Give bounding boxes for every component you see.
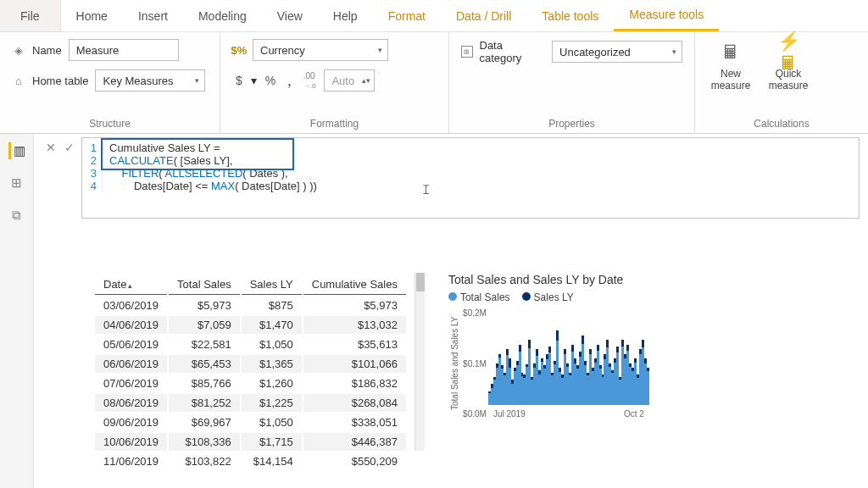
text-cursor: 𝙸 bbox=[421, 182, 431, 197]
ribbon-group-calculations: 🖩 New measure ⚡🖩 Quick measure Calculati… bbox=[695, 32, 868, 133]
ribbon-group-structure: ◈ Name Measure ⌂ Home table Key Measures… bbox=[0, 32, 220, 133]
calculator-icon: 🖩 bbox=[717, 39, 744, 66]
menu-view[interactable]: View bbox=[262, 0, 318, 31]
data-category-dropdown[interactable]: Uncategorized▾ bbox=[552, 41, 682, 63]
comma-button[interactable]: , bbox=[284, 70, 295, 92]
currency-button[interactable]: $ bbox=[232, 72, 246, 89]
col-cumulative-sales[interactable]: Cumulative Sales bbox=[303, 274, 406, 295]
home-table-label: Home table bbox=[32, 75, 88, 87]
ribbon-group-properties: ⊞ Data category Uncategorized▾ Propertie… bbox=[449, 32, 695, 133]
new-measure-button[interactable]: 🖩 New measure bbox=[707, 39, 754, 92]
cancel-formula-icon[interactable]: ✕ bbox=[46, 141, 56, 219]
canvas: ✕ ✓ 1234 Cumulative Sales LY =CALCULATE(… bbox=[34, 134, 868, 488]
col-total-sales[interactable]: Total Sales bbox=[169, 274, 240, 295]
ribbon: ◈ Name Measure ⌂ Home table Key Measures… bbox=[0, 32, 868, 134]
menu-measure-tools[interactable]: Measure tools bbox=[614, 0, 719, 31]
quick-measure-button[interactable]: ⚡🖩 Quick measure bbox=[765, 39, 812, 92]
data-category-label: Data category bbox=[480, 39, 546, 64]
name-label: Name bbox=[32, 44, 62, 57]
format-icon: $% bbox=[232, 43, 246, 57]
group-label-calculations: Calculations bbox=[707, 118, 856, 130]
menu-file[interactable]: File bbox=[0, 0, 61, 31]
scrollbar-thumb[interactable] bbox=[416, 273, 425, 291]
data-view-icon[interactable]: ⊞ bbox=[8, 175, 25, 191]
menu-data-drill[interactable]: Data / Drill bbox=[441, 0, 526, 31]
menu-format[interactable]: Format bbox=[373, 0, 441, 31]
table-row[interactable]: 11/06/2019$103,822$14,154$550,209 bbox=[95, 452, 406, 470]
percent-button[interactable]: % bbox=[262, 72, 279, 89]
y-axis-label: Total Sales and Sales LY bbox=[448, 308, 459, 419]
format-dropdown[interactable]: Currency▾ bbox=[253, 39, 388, 61]
menu-table-tools[interactable]: Table tools bbox=[526, 0, 614, 31]
menu-insert[interactable]: Insert bbox=[123, 0, 183, 31]
chart-title: Total Sales and Sales LY by Date bbox=[448, 273, 652, 286]
menu-help[interactable]: Help bbox=[318, 0, 373, 31]
group-label-formatting: Formatting bbox=[232, 118, 437, 130]
group-label-structure: Structure bbox=[12, 118, 208, 130]
tag-icon: ◈ bbox=[12, 43, 25, 57]
ribbon-group-formatting: $% Currency▾ $ ▾ % , .00→.0 Auto▴▾ Forma… bbox=[220, 32, 449, 133]
group-label-properties: Properties bbox=[461, 118, 682, 130]
dax-editor[interactable]: 1234 Cumulative Sales LY =CALCULATE( [Sa… bbox=[81, 137, 860, 219]
table-row[interactable]: 08/06/2019$81,252$1,225$268,084 bbox=[95, 394, 406, 412]
chart[interactable]: Total Sales and Sales LY by Date Total S… bbox=[448, 273, 652, 472]
table-row[interactable]: 04/06/2019$7,059$1,470$13,032 bbox=[95, 316, 406, 334]
view-rail: ▥ ⊞ ⧉ bbox=[0, 134, 34, 488]
col-date[interactable]: Date bbox=[95, 274, 167, 295]
chart-legend: Total Sales Sales LY bbox=[448, 291, 652, 303]
table-row[interactable]: 05/06/2019$22,581$1,050$35,613 bbox=[95, 336, 406, 353]
table-row[interactable]: 06/06/2019$65,453$1,365$101,066 bbox=[95, 355, 406, 373]
decimal-places-input[interactable]: Auto▴▾ bbox=[324, 69, 375, 92]
decimals-button[interactable]: .00→.0 bbox=[300, 69, 320, 92]
col-sales-ly[interactable]: Sales LY bbox=[242, 274, 302, 295]
category-icon: ⊞ bbox=[461, 46, 473, 58]
home-table-dropdown[interactable]: Key Measures▾ bbox=[95, 69, 205, 92]
model-view-icon[interactable]: ⧉ bbox=[8, 207, 25, 224]
table-row[interactable]: 07/06/2019$85,766$1,260$186,832 bbox=[95, 374, 406, 392]
measure-name-input[interactable]: Measure bbox=[69, 39, 179, 61]
table-row[interactable]: 09/06/2019$69,967$1,050$338,051 bbox=[95, 413, 406, 431]
menu-modeling[interactable]: Modeling bbox=[183, 0, 262, 31]
menu-home[interactable]: Home bbox=[61, 0, 123, 31]
commit-formula-icon[interactable]: ✓ bbox=[64, 141, 75, 219]
table-row[interactable]: 03/06/2019$5,973$875$5,973 bbox=[95, 297, 406, 314]
lightning-icon: ⚡🖩 bbox=[775, 39, 802, 66]
report-view-icon[interactable]: ▥ bbox=[8, 142, 25, 159]
menu-bar: File HomeInsertModelingViewHelpFormatDat… bbox=[0, 0, 868, 32]
plot-area: $0.2M$0.1M$0.0M Jul 2019Oct 2 bbox=[488, 308, 649, 419]
home-icon: ⌂ bbox=[12, 74, 25, 87]
scrollbar[interactable] bbox=[415, 273, 425, 451]
main-area: ▥ ⊞ ⧉ ✕ ✓ 1234 Cumulative Sales LY =CALC… bbox=[0, 134, 868, 488]
data-table[interactable]: DateTotal SalesSales LYCumulative Sales … bbox=[93, 273, 408, 472]
table-row[interactable]: 10/06/2019$108,336$1,715$446,387 bbox=[95, 433, 406, 451]
formula-bar: ✕ ✓ 1234 Cumulative Sales LY =CALCULATE(… bbox=[44, 137, 860, 219]
